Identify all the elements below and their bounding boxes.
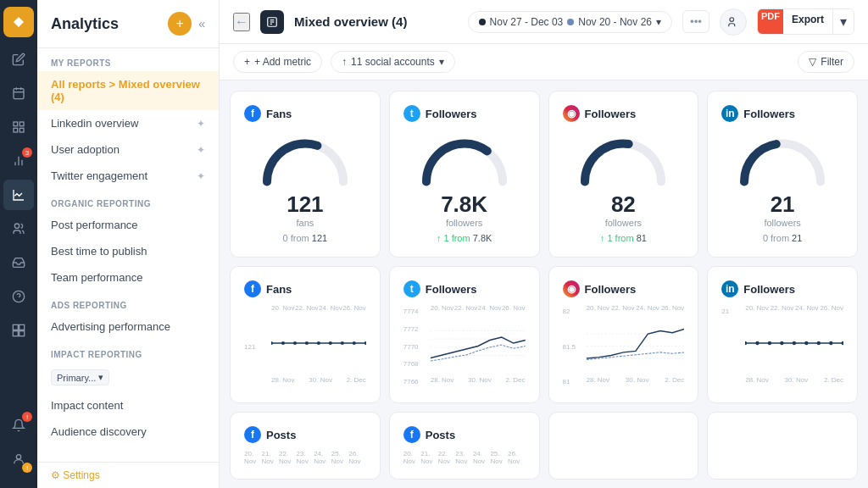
sidebar-item-advertising[interactable]: Advertising performance <box>37 313 219 340</box>
nav-grid[interactable] <box>3 112 34 142</box>
li-chart-svg <box>745 313 843 373</box>
chart-cards-row: f Fans 121 20. Nov 22. Nov 24. Nov <box>230 266 858 403</box>
svg-point-44 <box>768 341 771 345</box>
tw-followers-chart-card: t Followers 7774 7772 7770 7768 7766 20.… <box>389 266 540 403</box>
tw-chart-svg <box>431 313 526 373</box>
svg-point-48 <box>817 341 821 345</box>
svg-rect-15 <box>19 324 25 330</box>
more-options-button[interactable]: ••• <box>682 10 709 33</box>
li-followers-value: 21 <box>771 191 795 218</box>
svg-point-47 <box>804 341 808 345</box>
date-range-button[interactable]: Nov 27 - Dec 03 Nov 20 - Nov 26 ▾ <box>468 11 672 33</box>
social-accounts-button[interactable]: ↑ 11 social accounts ▾ <box>331 51 455 73</box>
nav-users[interactable] <box>3 214 34 244</box>
nav-calendar[interactable] <box>3 78 34 108</box>
sidebar-item-twitter-engagement[interactable]: Twitter engagement ✦ <box>37 163 219 189</box>
tw-icon: t <box>403 105 420 122</box>
sidebar-collapse-button[interactable]: « <box>198 17 205 30</box>
pin-icon-3: ✦ <box>197 170 205 182</box>
impact-primary-badge[interactable]: Primary... ▾ <box>51 369 109 385</box>
svg-point-43 <box>756 341 760 345</box>
section-impact: IMPACT REPORTING <box>37 340 219 363</box>
li-followers-change: 0 from 21 <box>763 233 802 243</box>
sidebar-title: Analytics <box>51 15 119 33</box>
fb-fans-change: 0 from 121 <box>283 233 328 243</box>
ig-followers-gauge-card: ◉ Followers 82 followers ↑ 1 from 81 <box>548 91 699 258</box>
pin-icon: ✦ <box>197 118 205 130</box>
ig-followers-value: 82 <box>611 191 636 218</box>
sidebar: Analytics + « MY REPORTS All reports > M… <box>37 0 220 488</box>
fb-fans-chart-svg <box>271 313 366 373</box>
fb-posts-icon-1: f <box>244 426 261 443</box>
nav-apps[interactable] <box>3 315 34 346</box>
tw-followers-change: ↑ 1 from 7.8K <box>437 233 492 243</box>
filter-button[interactable]: ▽ Filter <box>798 51 854 73</box>
nav-bar-chart[interactable]: 3 <box>3 146 34 176</box>
tw-gauge-svg <box>418 129 511 188</box>
settings-link[interactable]: ⚙ Settings <box>37 462 219 488</box>
li-gauge-svg <box>736 129 829 188</box>
report-icon <box>260 10 284 34</box>
nav-compose[interactable] <box>3 44 34 75</box>
share-button[interactable] <box>720 8 747 36</box>
topbar: ← Mixed overview (4) Nov 27 - Dec 03 Nov… <box>220 0 868 44</box>
bell-badge: ! <box>22 412 32 422</box>
sidebar-item-impact-label-row: Primary... ▾ <box>37 363 219 392</box>
li-followers-gauge-card: in Followers 21 followers 0 from 21 <box>707 91 858 258</box>
ig-followers-unit: followers <box>605 218 642 228</box>
pin-icon-2: ✦ <box>197 144 205 156</box>
export-arrow-icon[interactable]: ▾ <box>832 9 854 34</box>
chevron-down-icon: ▾ <box>98 372 103 383</box>
export-label[interactable]: Export <box>783 9 832 34</box>
sidebar-item-post-performance[interactable]: Post performance <box>37 212 219 238</box>
sidebar-item-impact-content[interactable]: Impact content <box>37 392 219 419</box>
li-icon: in <box>721 105 738 122</box>
ig-followers-change: ↑ 1 from 81 <box>600 233 647 243</box>
nav-question[interactable] <box>3 281 34 312</box>
tw-followers-gauge-card: t Followers 7.8K followers ↑ 1 from 7.8K <box>389 91 540 258</box>
nav-inbox[interactable] <box>3 247 34 278</box>
svg-point-30 <box>329 341 332 345</box>
li-followers-chart-card: in Followers 21 20. Nov 22. Nov 24. Nov … <box>707 266 858 403</box>
sidebar-item-best-time[interactable]: Best time to publish <box>37 238 219 264</box>
add-metric-button[interactable]: + + Add metric <box>233 51 322 73</box>
main-content: ← Mixed overview (4) Nov 27 - Dec 03 Nov… <box>220 0 868 488</box>
svg-point-32 <box>353 341 356 345</box>
svg-rect-14 <box>13 324 18 330</box>
sidebar-item-user-adoption[interactable]: User adoption ✦ <box>37 136 219 163</box>
fb-fans-gauge-card: f Fans 121 fans 0 from 121 <box>230 91 381 258</box>
fb-fans-value: 121 <box>287 191 323 218</box>
svg-point-49 <box>829 341 832 345</box>
fb-fans-unit: fans <box>296 218 314 228</box>
back-button[interactable]: ← <box>233 13 250 31</box>
plus-icon: + <box>244 56 250 68</box>
nav-avatar[interactable]: ! <box>3 444 34 474</box>
svg-point-45 <box>780 341 783 345</box>
section-ads: ADS REPORTING <box>37 291 219 313</box>
date-dot-1 <box>479 19 486 25</box>
li-chart-icon: in <box>721 280 738 297</box>
svg-point-27 <box>293 341 297 345</box>
date-dot-2 <box>567 19 574 25</box>
svg-point-33 <box>364 341 366 345</box>
empty-card-2 <box>707 412 858 480</box>
svg-rect-17 <box>19 331 25 336</box>
social-chevron-icon: ▾ <box>439 56 444 68</box>
fb-posts-card-1: f Posts 20. Nov 21. Nov 22. Nov 23. Nov … <box>230 412 381 480</box>
svg-point-28 <box>305 341 309 345</box>
sidebar-item-audience-discovery[interactable]: Audience discovery <box>37 419 219 445</box>
svg-point-11 <box>14 224 19 228</box>
sidebar-item-linkedin-overview[interactable]: Linkedin overview ✦ <box>37 110 219 136</box>
nav-analytics[interactable] <box>3 180 34 210</box>
nav-bell[interactable]: ! <box>3 410 34 441</box>
new-report-button[interactable]: + <box>168 12 192 36</box>
sidebar-item-team-performance[interactable]: Team performance <box>37 264 219 291</box>
sidebar-item-mixed-overview[interactable]: All reports > Mixed overview (4) <box>37 71 219 110</box>
posts-cards-row: f Posts 20. Nov 21. Nov 22. Nov 23. Nov … <box>230 412 858 480</box>
export-button-group[interactable]: PDF Export ▾ <box>757 8 854 35</box>
section-my-reports: MY REPORTS <box>37 48 219 71</box>
svg-point-46 <box>793 341 796 345</box>
ig-gauge-svg <box>576 129 670 188</box>
tw-followers-value: 7.8K <box>441 191 487 218</box>
brand-logo[interactable] <box>3 7 34 37</box>
